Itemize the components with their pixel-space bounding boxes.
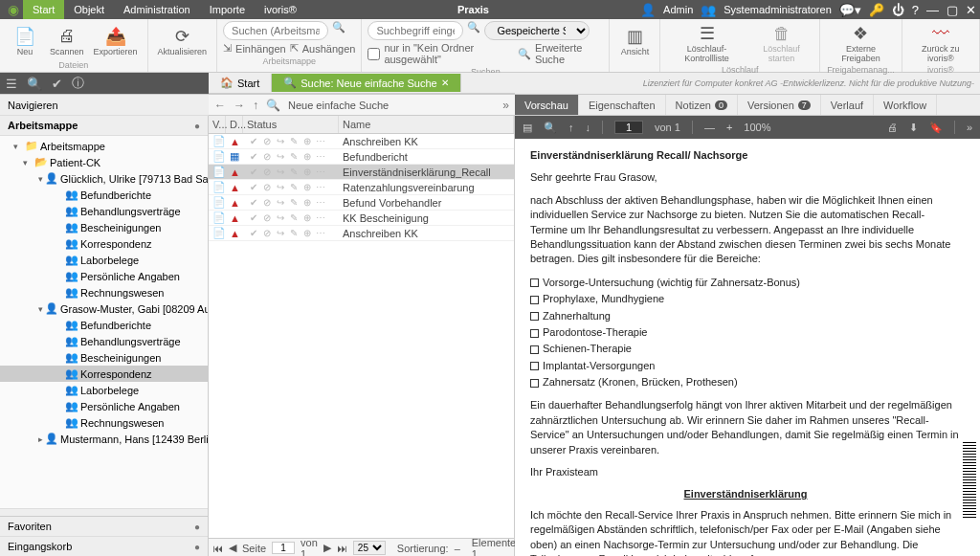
tree-node[interactable]: 👥Bescheinigungen bbox=[0, 219, 208, 235]
saved-search-select[interactable]: Gespeicherte Suche aus bbox=[484, 21, 590, 40]
chat-icon[interactable]: 💬▾ bbox=[839, 3, 861, 17]
overflow-icon[interactable]: » bbox=[502, 99, 509, 112]
term-search-input[interactable] bbox=[368, 21, 463, 40]
document-row[interactable]: 📄▲✔⊘↪✎⊕⋯KK Bescheinigung bbox=[209, 211, 514, 226]
document-row[interactable]: 📄▲✔⊘↪✎⊕⋯Ratenzahlungsvereinbarung bbox=[209, 180, 514, 195]
hangin-button[interactable]: ⇲Einhängen bbox=[223, 42, 286, 55]
tree-node[interactable]: ▾👤Grasow-Muster, Gabi [08209 Auerbach / … bbox=[0, 300, 208, 317]
expand-inbox-icon[interactable]: ● bbox=[194, 542, 200, 552]
extended-search-button[interactable]: 🔍Erweiterte Suche bbox=[518, 42, 604, 65]
zoom-level[interactable]: 100% bbox=[744, 122, 770, 133]
search-icon-3[interactable]: 🔍 bbox=[27, 77, 42, 91]
hamburger-icon[interactable]: ☰ bbox=[6, 77, 17, 91]
workbook-search-input[interactable] bbox=[223, 21, 328, 40]
overflow-icon-2[interactable]: » bbox=[967, 122, 972, 133]
tree-node[interactable]: 👥Befundberichte bbox=[0, 187, 208, 203]
document-row[interactable]: 📄▲✔⊘↪✎⊕⋯Anschreiben KK bbox=[209, 134, 514, 149]
pagesize-select[interactable]: 25 bbox=[353, 541, 386, 555]
pdf-up-icon[interactable]: ↑ bbox=[568, 122, 574, 133]
print-icon[interactable]: 🖨 bbox=[887, 122, 898, 133]
delete-control-button[interactable]: ☰Löschlauf-Kontrollliste bbox=[666, 21, 746, 65]
col-doctype[interactable]: D... bbox=[226, 116, 243, 133]
document-row[interactable]: 📄▲✔⊘↪✎⊕⋯Befund Vorbehandler bbox=[209, 195, 514, 211]
delete-start-button[interactable]: 🗑Löschlauf starten bbox=[749, 21, 813, 65]
hangout-button[interactable]: ⇱Aushängen bbox=[290, 42, 356, 55]
pdf-page-input[interactable] bbox=[614, 121, 643, 134]
close-icon[interactable]: ✕ bbox=[966, 3, 976, 17]
expand-fav-icon[interactable]: ● bbox=[194, 522, 200, 532]
maximize-icon[interactable]: ▢ bbox=[947, 3, 958, 17]
tab-preview[interactable]: Vorschau bbox=[515, 95, 579, 115]
tab-properties[interactable]: Eigenschaften bbox=[579, 95, 666, 115]
tree-toggle-icon[interactable]: ▾ bbox=[23, 158, 33, 167]
tree-node[interactable]: 👥Persönliche Angaben bbox=[0, 398, 208, 414]
up-icon[interactable]: ↑ bbox=[253, 99, 258, 112]
pdf-down-icon[interactable]: ↓ bbox=[586, 122, 591, 133]
tab-versions[interactable]: Versionen7 bbox=[738, 95, 821, 115]
folder-only-checkbox[interactable]: nur in "Kein Ordner ausgewählt" bbox=[368, 42, 514, 65]
menu-ivoris[interactable]: ivoris® bbox=[255, 0, 306, 19]
menu-administration[interactable]: Administration bbox=[114, 0, 200, 19]
tab-notes[interactable]: Notizen0 bbox=[666, 95, 738, 115]
menu-importe[interactable]: Importe bbox=[200, 0, 255, 19]
zoom-out-icon[interactable]: — bbox=[704, 122, 715, 133]
tree-node[interactable]: 👥Laborbelege bbox=[0, 252, 208, 268]
tree-toggle-icon[interactable]: ▾ bbox=[38, 304, 43, 314]
document-row[interactable]: 📄▲✔⊘↪✎⊕⋯Anschreiben KK bbox=[209, 226, 514, 241]
role-icon[interactable]: 👥 bbox=[701, 3, 716, 17]
scan-button[interactable]: 🖨Scannen bbox=[46, 21, 88, 60]
favorites-header[interactable]: Favoriten● bbox=[0, 517, 208, 537]
tree-node[interactable]: ▾📁Arbeitsmappe bbox=[0, 138, 208, 154]
sidebar-toggle-icon[interactable]: ▤ bbox=[523, 122, 532, 134]
help-icon[interactable]: ? bbox=[912, 3, 919, 17]
tab-history[interactable]: Verlauf bbox=[821, 95, 874, 115]
document-row[interactable]: 📄▦✔⊘↪✎⊕⋯Befundbericht bbox=[209, 149, 514, 165]
tab-workflow[interactable]: Workflow bbox=[874, 95, 937, 115]
tree-node[interactable]: 👥Laborbelege bbox=[0, 382, 208, 398]
close-tab-icon[interactable]: ✕ bbox=[441, 78, 449, 88]
tree-toggle-icon[interactable]: ▸ bbox=[38, 434, 43, 444]
tree-toggle-icon[interactable]: ▾ bbox=[38, 174, 43, 184]
power-icon[interactable]: ⏻ bbox=[892, 3, 904, 17]
check-icon[interactable]: ✔ bbox=[52, 77, 62, 91]
col-name[interactable]: Name bbox=[339, 116, 514, 133]
inbox-header[interactable]: Eingangskorb● bbox=[0, 537, 208, 556]
key-icon[interactable]: 🔑 bbox=[869, 3, 884, 17]
tree-node[interactable]: 👥Rechnungswesen bbox=[0, 414, 208, 431]
minimize-icon[interactable]: — bbox=[926, 3, 939, 17]
menu-objekt[interactable]: Objekt bbox=[64, 0, 114, 19]
prev-page-icon[interactable]: ◀ bbox=[229, 542, 236, 554]
col-status[interactable]: Status bbox=[243, 116, 339, 133]
menu-start[interactable]: Start bbox=[23, 0, 64, 19]
find-icon[interactable]: 🔍 bbox=[544, 122, 557, 134]
collapse-icon[interactable]: ● bbox=[194, 121, 200, 131]
tree-node[interactable]: ▾📂Patient-CK bbox=[0, 154, 208, 170]
next-page-icon[interactable]: ▶ bbox=[323, 542, 331, 554]
document-row[interactable]: 📄▲✔⊘↪✎⊕⋯Einverständniserklärung_Recall bbox=[209, 165, 514, 180]
tree-node[interactable]: ▸👤Mustermann, Hans [12439 Berlin / 01.05… bbox=[0, 431, 208, 447]
tree-node[interactable]: 👥Behandlungsverträge bbox=[0, 203, 208, 219]
info-icon[interactable]: ⓘ bbox=[72, 75, 84, 92]
tab-start[interactable]: 🏠Start bbox=[209, 74, 272, 92]
export-button[interactable]: 📤Exportieren bbox=[90, 21, 142, 60]
col-version[interactable]: V... bbox=[209, 116, 226, 133]
tree-node[interactable]: 👥Rechnungswesen bbox=[0, 284, 208, 300]
first-page-icon[interactable]: ⏮ bbox=[212, 543, 223, 554]
forward-icon[interactable]: → bbox=[234, 99, 245, 112]
bookmark-icon[interactable]: 🔖 bbox=[929, 122, 943, 134]
new-button[interactable]: 📄Neu bbox=[6, 21, 44, 60]
tree-node[interactable]: 👥Bescheinigungen bbox=[0, 349, 208, 366]
last-page-icon[interactable]: ⏭ bbox=[337, 543, 347, 554]
page-input[interactable] bbox=[272, 542, 295, 554]
user-icon[interactable]: 👤 bbox=[640, 3, 656, 17]
tab-search[interactable]: 🔍Suche: Neue einfache Suche✕ bbox=[272, 74, 461, 92]
tree-node[interactable]: 👥Persönliche Angaben bbox=[0, 268, 208, 284]
tree-node[interactable]: 👥Behandlungsverträge bbox=[0, 333, 208, 349]
tree-node[interactable]: 👥Korrespondenz bbox=[0, 366, 208, 382]
back-icon[interactable]: ← bbox=[214, 99, 226, 112]
tree-node[interactable]: 👥Befundberichte bbox=[0, 317, 208, 333]
tree-toggle-icon[interactable]: ▾ bbox=[13, 142, 23, 151]
refresh-button[interactable]: ⟳Aktualisieren bbox=[154, 21, 212, 60]
download-icon[interactable]: ⬇ bbox=[909, 122, 918, 134]
tree-node[interactable]: 👥Korrespondenz bbox=[0, 235, 208, 252]
